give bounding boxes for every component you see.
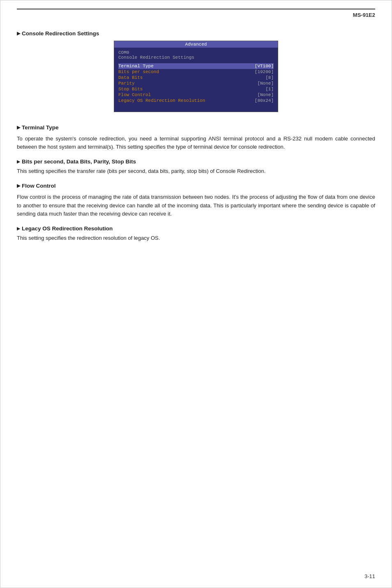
main-heading-label: Console Redirection Settings (22, 30, 99, 37)
bios-screen: Advanced COM0 Console Redirection Settin… (114, 41, 278, 112)
terminal-type-body: To operate the system's console redirect… (17, 135, 375, 151)
legacy-os-heading: ▶ Legacy OS Redirection Resolution (17, 225, 375, 232)
bios-row: Parity[None] (118, 80, 274, 86)
bios-row-value: [19200] (255, 69, 274, 74)
terminal-type-label: Terminal Type (22, 124, 59, 131)
main-heading-arrow: ▶ (17, 31, 20, 36)
bios-row: Stop Bits[1] (118, 86, 274, 92)
bios-title-bar: Advanced (114, 41, 278, 48)
bios-row: Data Bits[8] (118, 75, 274, 80)
bits-parity-bullet: ▶ (17, 159, 20, 164)
legacy-os-label: Legacy OS Redirection Resolution (22, 225, 113, 232)
bits-parity-heading: ▶ Bits per second, Data Bits, Parity, St… (17, 158, 375, 165)
bios-row-value: [None] (257, 81, 274, 86)
bios-row-value: [8] (265, 75, 274, 80)
bios-row-value: [1] (265, 87, 274, 92)
bios-rows-container: Terminal Type[VT100]Bits per second[1920… (118, 63, 274, 103)
section-terminal-type: ▶ Terminal Type To operate the system's … (17, 124, 375, 151)
bios-row-label: Terminal Type (118, 64, 154, 69)
flow-control-arrow: ▶ (17, 183, 20, 188)
bios-row: Flow Control[None] (118, 92, 274, 98)
bios-row-value: [None] (257, 92, 274, 97)
bios-row-label: Bits per second (118, 69, 159, 74)
bios-row-label: Legacy OS Redirection Resolution (118, 98, 205, 103)
bios-row-value: [VT100] (255, 64, 274, 69)
terminal-type-heading: ▶ Terminal Type (17, 124, 375, 131)
bios-row-label: Data Bits (118, 75, 143, 80)
flow-control-label: Flow Control (22, 183, 55, 189)
page-number: 3-11 (364, 573, 375, 579)
section-bits-parity: ▶ Bits per second, Data Bits, Parity, St… (17, 158, 375, 175)
page-id: MS-91E2 (17, 12, 375, 18)
section-legacy-os: ▶ Legacy OS Redirection Resolution This … (17, 225, 375, 242)
bios-row-label: Stop Bits (118, 87, 143, 92)
bios-row: Bits per second[19200] (118, 69, 274, 75)
terminal-type-arrow: ▶ (17, 125, 20, 130)
bios-row: Legacy OS Redirection Resolution[80x24] (118, 98, 274, 103)
bios-row: Terminal Type[VT100] (118, 63, 274, 69)
bits-parity-body: This setting specifies the transfer rate… (17, 167, 375, 175)
flow-control-heading: ▶ Flow Control (17, 183, 375, 189)
legacy-os-bullet: ▶ (17, 226, 20, 231)
legacy-os-body: This setting specifies the redirection r… (17, 234, 375, 242)
main-section-heading: ▶ Console Redirection Settings (17, 30, 375, 37)
flow-control-body: Flow control is the process of managing … (17, 193, 375, 218)
bits-parity-label: Bits per second, Data Bits, Parity, Stop… (22, 158, 136, 165)
bios-row-value: [80x24] (255, 98, 274, 103)
bios-row-label: Parity (118, 81, 135, 86)
bios-row-label: Flow Control (118, 92, 151, 97)
bios-breadcrumb: COM0 Console Redirection Settings (118, 50, 274, 60)
section-flow-control: ▶ Flow Control Flow control is the proce… (17, 183, 375, 218)
